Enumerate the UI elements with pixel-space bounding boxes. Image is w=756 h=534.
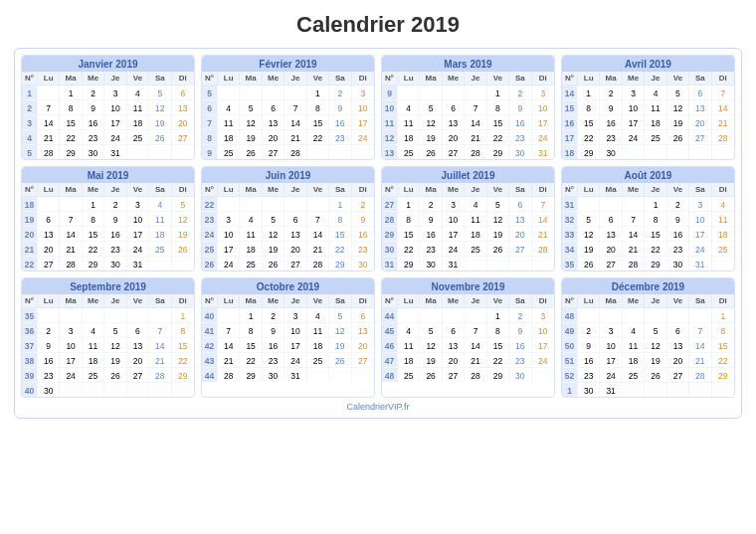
month-header: Juin 2019 [202, 167, 374, 183]
day-cell: 8 [240, 323, 262, 337]
week-row: 9123 [382, 86, 554, 100]
week-row: 1722232425262728 [562, 130, 734, 145]
day-header-cell: Je [284, 294, 306, 307]
day-cell: 26 [645, 368, 666, 382]
day-header-cell: Je [284, 72, 306, 85]
day-cell: 16 [578, 353, 600, 367]
day-cell: 3 [623, 86, 645, 99]
day-cell: 30 [263, 368, 284, 382]
week-number: 19 [22, 212, 38, 226]
day-cell: 22 [172, 353, 194, 367]
month-block: Octobre 2019N°LuMaMeJeVeSaDi401234564178… [201, 277, 375, 398]
day-cell: 28 [307, 257, 329, 270]
day-cell: 26 [172, 242, 194, 256]
day-cell: 30 [578, 383, 600, 397]
day-cell: 11 [623, 338, 645, 352]
day-cell: 28 [284, 145, 306, 159]
day-cell: 19 [645, 353, 666, 367]
day-cell: 23 [329, 130, 351, 144]
day-cell: 5 [487, 197, 509, 211]
day-header-cell: Je [645, 72, 666, 85]
day-cell: 28 [38, 145, 60, 159]
day-cell [443, 308, 465, 322]
day-header-cell: Me [263, 72, 284, 85]
day-cell [60, 383, 82, 397]
day-header-cell: Lu [578, 72, 600, 85]
day-cell: 4 [398, 100, 420, 114]
day-cell: 4 [623, 323, 645, 337]
day-cell: 29 [487, 368, 509, 382]
day-cell [307, 368, 329, 382]
day-cell [623, 383, 645, 397]
week-row: 44123 [382, 308, 554, 323]
day-cell: 12 [172, 212, 194, 226]
day-header-row: N°LuMaMeJeVeSaDi [382, 72, 554, 86]
day-header-cell: Me [83, 183, 104, 196]
day-header-cell: Ma [420, 183, 442, 196]
week-number: 35 [22, 308, 38, 322]
day-cell: 8 [578, 100, 600, 114]
day-cell: 23 [600, 130, 622, 144]
week-number: 3 [22, 115, 38, 129]
week-row: 362345678 [22, 323, 194, 338]
week-row: 2624252627282930 [202, 257, 374, 270]
day-cell [104, 308, 126, 322]
day-cell: 19 [104, 353, 126, 367]
day-cell: 25 [240, 257, 262, 270]
day-cell: 20 [443, 353, 465, 367]
week-row: 1045678910 [382, 100, 554, 115]
day-header-cell: N° [562, 72, 578, 85]
day-cell: 1 [60, 86, 82, 99]
day-header-cell: Ma [420, 294, 442, 307]
week-row: 1615161718192021 [562, 115, 734, 130]
week-number: 42 [202, 338, 218, 352]
day-cell: 10 [60, 338, 82, 352]
week-row: 278910111213 [22, 100, 194, 115]
day-cell: 22 [398, 242, 420, 256]
day-cell [465, 86, 486, 99]
day-cell: 8 [645, 212, 666, 226]
day-cell: 24 [104, 130, 126, 144]
day-header-cell: Ve [667, 294, 689, 307]
day-header-cell: Di [532, 72, 554, 85]
day-header-cell: Lu [218, 72, 240, 85]
week-row: 314151617181920 [22, 115, 194, 130]
day-cell: 1 [645, 197, 666, 211]
day-cell: 1 [172, 308, 194, 322]
week-row: 3022232425262728 [382, 242, 554, 257]
day-cell: 25 [149, 242, 171, 256]
day-header-cell: Ma [60, 72, 82, 85]
day-cell: 26 [329, 353, 351, 367]
week-row: 2915161718192021 [382, 227, 554, 242]
day-cell: 17 [352, 115, 374, 129]
day-header-cell: Sa [329, 183, 351, 196]
day-cell: 1 [578, 86, 600, 99]
day-cell: 28 [218, 368, 240, 382]
day-header-cell: Ma [600, 183, 622, 196]
day-header-cell: Di [172, 294, 194, 307]
week-number: 11 [382, 115, 398, 129]
week-number: 31 [562, 197, 578, 211]
day-cell: 4 [127, 86, 149, 99]
week-number: 48 [562, 308, 578, 322]
day-cell: 13 [509, 212, 531, 226]
week-row: 4428293031 [202, 368, 374, 382]
week-number: 8 [202, 130, 218, 144]
day-cell: 14 [465, 338, 486, 352]
page-title: Calendrier 2019 [14, 12, 742, 38]
day-header-cell: Di [532, 294, 554, 307]
day-cell: 29 [240, 368, 262, 382]
week-row: 2517181920212223 [202, 242, 374, 257]
month-block: Juin 2019N°LuMaMeJeVeSaDi221223345678924… [201, 166, 375, 271]
day-header-cell: N° [22, 72, 38, 85]
week-number: 41 [202, 323, 218, 337]
day-cell: 19 [420, 130, 442, 144]
day-cell: 23 [104, 242, 126, 256]
day-header-cell: Lu [38, 72, 60, 85]
day-cell: 10 [443, 212, 465, 226]
day-cell: 31 [104, 145, 126, 159]
day-cell: 4 [645, 86, 666, 99]
month-block: Mars 2019N°LuMaMeJeVeSaDi912310456789101… [381, 55, 555, 160]
day-header-cell: Ma [600, 72, 622, 85]
day-cell: 25 [127, 130, 149, 144]
